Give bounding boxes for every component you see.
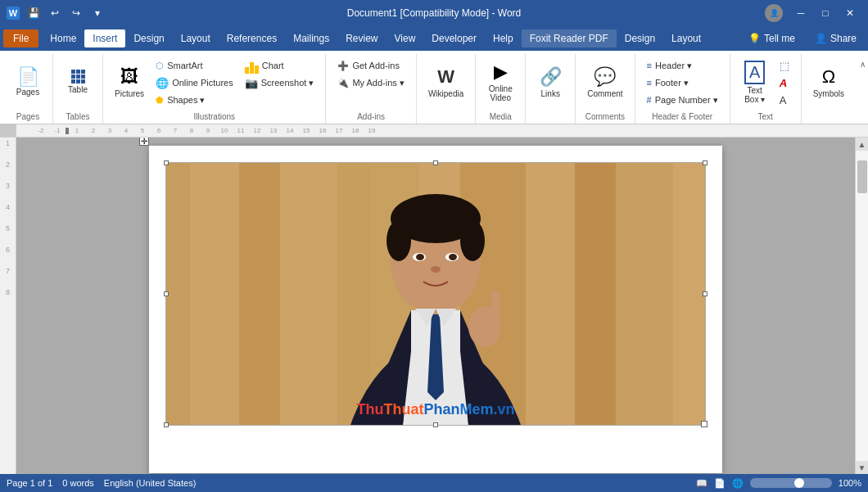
close-button[interactable]: ✕ [839,2,861,25]
menu-help[interactable]: Help [485,29,522,47]
smartart-label: SmartArt [167,61,202,70]
headerfooter-group-label: Header & Footer [642,111,723,124]
save-button[interactable]: 💾 [25,4,43,22]
resize-handle-bc[interactable] [433,422,438,427]
maximize-button[interactable]: □ [814,2,837,25]
scroll-down-button[interactable]: ▼ [856,461,869,474]
image-move-handle[interactable]: ✛ [139,138,149,146]
resize-handle-mr[interactable] [703,291,708,296]
symbols-button[interactable]: Ω Symbols [808,57,849,106]
menu-review[interactable]: Review [337,29,386,47]
screenshot-button[interactable]: 📷 Screenshot ▾ [240,74,319,91]
menu-share[interactable]: 👤Share [807,29,865,47]
menu-mailings[interactable]: Mailings [285,29,337,47]
menu-insert[interactable]: Insert [84,29,125,47]
menu-view[interactable]: View [387,29,424,47]
user-avatar[interactable]: 👤 [765,4,783,22]
links-label: Links [541,89,560,98]
status-right: 📖 📄 🌐 100% [696,478,861,489]
header-button[interactable]: ≡ Header ▾ [642,57,723,74]
online-video-button[interactable]: ▶ OnlineVideo [482,57,518,106]
resize-handle-bl[interactable] [164,422,169,427]
wikipedia-button[interactable]: W Wikipedia [423,57,468,106]
resize-handle-tl[interactable] [164,160,169,165]
quick-access-toolbar: 💾 ↩ ↪ ▾ [25,4,106,22]
svg-point-26 [449,254,457,260]
title-bar: W 💾 ↩ ↪ ▾ Document1 [Compatibility Mode]… [0,0,868,26]
menu-developer[interactable]: Developer [423,29,485,47]
resize-handle-ml[interactable] [164,291,169,296]
footer-button[interactable]: ≡ Footer ▾ [642,74,723,91]
smartart-button[interactable]: ⬡ SmartArt [151,57,238,74]
header-label: Header ▾ [655,61,692,71]
media-group-label: Media [482,111,518,124]
resize-handle-tc[interactable] [433,160,438,165]
scroll-up-button[interactable]: ▲ [856,138,869,151]
menu-design[interactable]: Design [125,29,172,47]
ribbon-group-comments: 💬 Comment Comments [576,54,635,124]
redo-button[interactable]: ↪ [67,4,85,22]
zoom-level[interactable]: 100% [839,478,861,488]
text-group-label: Text [737,111,794,124]
links-button[interactable]: 🔗 Links [532,57,568,106]
word-icon: W [7,7,20,20]
ribbon-group-text: A TextBox ▾ ⬚ A A Text [730,54,802,124]
menu-tell-me[interactable]: 💡Tell me [740,29,803,47]
pictures-button[interactable]: 🖼 Pictures [110,57,149,106]
table-icon [71,70,85,84]
my-addins-button[interactable]: 🔌 My Add-ins ▾ [332,74,409,91]
header-icon: ≡ [647,61,652,70]
symbols-group-label [808,120,849,124]
ribbon-collapse-button[interactable]: ∧ [856,57,868,70]
get-addins-icon: ➕ [337,61,349,71]
ribbon-group-tables: Table Tables [53,54,103,124]
table-button[interactable]: Table [60,57,96,106]
get-addins-button[interactable]: ➕ Get Add-ins [332,57,409,74]
comment-label: Comment [587,89,622,98]
image-container[interactable]: ThuThuatPhanMem.vn [165,162,706,426]
comment-button[interactable]: 💬 Comment [582,57,627,106]
svg-point-25 [416,254,424,260]
zoom-thumb[interactable] [794,478,804,488]
wordart-button[interactable]: A [775,74,794,91]
quick-parts-button[interactable]: ⬚ [775,57,794,74]
resize-handle-br[interactable] [701,421,708,427]
view-read-button[interactable]: 📖 [696,478,708,489]
menu-layout[interactable]: Layout [173,29,219,47]
online-pictures-button[interactable]: 🌐 Online Pictures [151,74,238,91]
menu-file[interactable]: File [3,29,38,47]
online-pictures-label: Online Pictures [172,78,233,88]
view-web-button[interactable]: 🌐 [732,478,744,489]
minimize-button[interactable]: ─ [789,2,812,25]
tables-group-label: Tables [60,111,96,124]
doc-scroll: ✛ [16,138,855,474]
view-print-button[interactable]: 📄 [714,478,726,489]
menu-layout2[interactable]: Layout [663,29,709,47]
pages-button[interactable]: 📄 Pages [10,57,46,106]
scroll-track[interactable] [856,151,868,461]
chart-icon [245,57,259,74]
menu-design2[interactable]: Design [617,29,663,47]
zoom-slider[interactable] [750,478,832,488]
left-ruler: 1 2 3 4 5 6 7 8 [0,138,16,474]
menu-foxit[interactable]: Foxit Reader PDF [522,29,617,47]
language: English (United States) [104,478,197,488]
table-label: Table [68,85,88,94]
textbox-button[interactable]: A TextBox ▾ [737,57,773,106]
resize-handle-tr[interactable] [703,160,708,165]
chart-button[interactable]: Chart [240,57,319,74]
more-button[interactable]: ▾ [88,4,106,22]
scroll-thumb[interactable] [857,160,867,193]
pages-label: Pages [16,88,39,97]
shapes-button[interactable]: ⬟ Shapes ▾ [151,92,238,108]
wikipedia-label: Wikipedia [428,89,463,98]
my-addins-label: My Add-ins ▾ [352,78,404,88]
menu-references[interactable]: References [219,29,285,47]
undo-button[interactable]: ↩ [46,4,64,22]
dropcap-button[interactable]: A [775,92,794,108]
title-bar-left: W 💾 ↩ ↪ ▾ [7,4,106,22]
page-number-button[interactable]: # Page Number ▾ [642,92,723,108]
svg-point-22 [460,220,485,261]
menu-home[interactable]: Home [42,29,84,47]
comments-group-label: Comments [582,111,627,124]
